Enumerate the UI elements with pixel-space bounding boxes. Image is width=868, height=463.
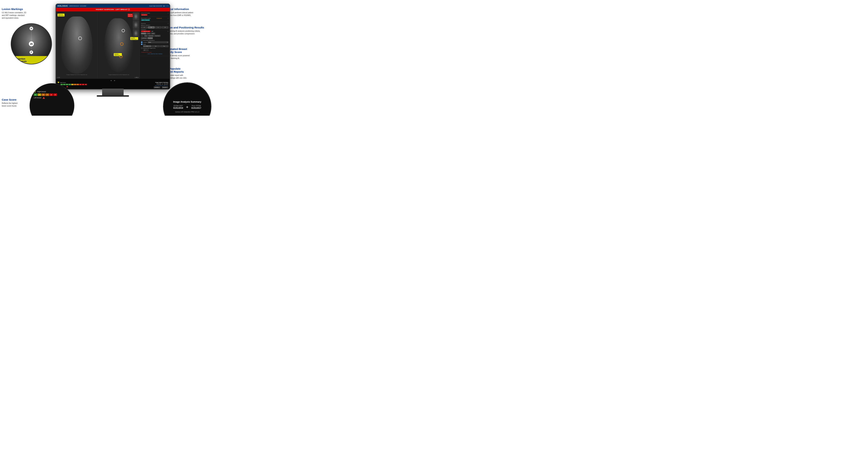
cbl-left-label: Left breast [34,97,41,99]
chip-lateral[interactable]: Lateral [147,33,151,34]
type-calcification[interactable]: Calcification [141,37,147,39]
finding-chips: Distortion Lateral Middle [141,33,168,34]
density-heading: BREAST DENSITY [141,25,168,26]
dropdown-icon: ▾ [167,42,168,43]
topbar-actions: ▶ < ≡ [163,5,168,7]
breast-shape-lmlo [104,18,133,72]
location-select[interactable]: Lateral ▾ [148,41,168,43]
distortion-text: Distortion [14,58,27,60]
cbl-right-breast: Right breast [34,91,70,93]
density-option-d[interactable]: D [162,26,168,29]
score-7: 7 [76,84,79,85]
lesion-marker-lmlo-bot: DistortionIndeterminate 5 [114,53,122,56]
birads-2[interactable]: BI-RADS 2 [162,87,168,88]
remove-from-report[interactable]: ✕ Remove from report [141,52,168,53]
rmlo-label: R MLO [65,87,70,89]
thumb-2[interactable] [133,21,139,29]
cas-9: 9 [53,94,57,96]
nav-right-icon[interactable]: ► [114,79,116,81]
case-score-bar: 4 5 6 7 8 9 [34,94,70,96]
monitor-stand [102,89,124,97]
thumb-1[interactable] [133,12,139,21]
topbar: HOLOGIC MRMC50615219 · 01/01/9999 Exam D… [56,4,170,8]
type-distortion[interactable]: Distortion [148,37,153,39]
type-label: Type [141,35,143,36]
symptoms-tag[interactable]: Symptoms [141,14,148,15]
alert-banner: HIGHEST SUSPICION - LEFT BREAST ⓘ [56,8,170,11]
screen: HOLOGIC MRMC50615219 · 01/01/9999 Exam D… [56,4,170,89]
share-icon[interactable]: < [165,5,166,7]
finding-tag[interactable]: 9 · Highest susp. [141,31,151,32]
location-checkbox[interactable]: ✓ [141,41,143,43]
viewer-images: 5 DistortionIndeterminate Images display… [56,11,140,79]
density-option-b[interactable]: B [148,26,155,29]
genius-label: Genius AI® Detection PRO v3.1.0 [154,85,168,86]
thumbnail-strip [133,12,139,37]
main-area: 5 DistortionIndeterminate Images display… [56,11,170,79]
cas-4: 4 [34,94,37,96]
density-option-c[interactable]: C [155,26,162,29]
lesion-markings-text: CC-MLO lesion correlation, 2Dand DBT mar… [2,11,37,19]
depth-mid[interactable]: Mid. [152,45,160,47]
indeterminate-text: Indeterminate [14,60,27,62]
density-options: A B C D [141,26,168,29]
chip-middle[interactable]: Middle [151,33,155,34]
thumb-3[interactable] [133,29,139,37]
thumb-shape-3 [134,30,138,36]
location-label: Location [143,42,147,43]
distance-checkbox[interactable] [141,47,143,49]
depth-ant[interactable]: Ant. [143,45,151,47]
nav-left-icon[interactable]: ◄ [110,79,112,81]
right-breast-row: Right breast [58,82,87,83]
nav-arrows: ◄ ► [58,79,168,81]
clinical-info-annotation: Clinical Information Ability to pull per… [164,7,215,16]
depth-label: Depth [143,44,146,45]
cbr-studies-row: 2DSM+DBT 01/01/2019 + Prior FFDM 01/01/2… [173,105,201,109]
rp-quality-section: Mammogram quality Inadequate ∨ LMLO: Pec… [140,16,170,22]
cbl-left-breast: Left breast [34,97,70,99]
quality-chevron-icon[interactable]: ∨ [168,18,168,19]
chip-distortion[interactable]: Distortion [141,33,146,34]
density-score-annotation: Automated BreastDensity Score BI-RADS de… [164,47,215,60]
cbr-genius: Genius AI® Detection PRO v3.1.0 [175,111,199,113]
rp-clinical-section: Clinical information ∨ Symptoms [140,11,170,16]
exam-date: Exam Date 01/01/2019 [149,5,162,7]
lesion-marker-lmlo-mid: DistortionIndeterminate 5 [130,37,138,40]
quality-value: Inadequate [157,18,162,19]
summary-row: 2DSM+DBT 01/01/2019 + Prior FFDM 01/01/2… [154,83,168,85]
pre-populate-title: Pre-PopulatePatient Reports [164,67,215,73]
birads-1[interactable]: BI-RADS 1 [154,87,160,88]
f-label: F [30,51,33,54]
play-icon[interactable]: ▶ [163,5,165,7]
assoc-calc-row: Associated calcifications [141,40,168,41]
lesion-markings-title: Lesion Markings [2,7,37,10]
type-row: Type Mass Asymmetry Focal Asym. [141,35,168,37]
depth-row: ✓ Depth [141,43,168,45]
reporting-chevron-icon[interactable]: ∧ [168,23,168,24]
assoc-calc-label: Associated calcifications [143,40,155,41]
depth-pos[interactable]: Pos. [160,45,168,47]
type-asymmetry[interactable]: Asymmetry [148,35,154,37]
distance-input[interactable] [143,49,149,51]
cas-7: 7 [45,94,49,96]
rp-reporting-section: Reporting ∧ BREAST DENSITY A B C D FIND [140,22,170,56]
finding-expand-icon[interactable]: ∧ [167,31,168,32]
monitor: HOLOGIC MRMC50615219 · 01/01/9999 Exam D… [56,4,170,97]
type-mass[interactable]: Mass [144,35,148,37]
assoc-calc-checkbox[interactable] [141,40,143,41]
add-finding[interactable]: + ADD UNDETECTED FINDING [141,53,168,55]
right-breast-label: Right breast [60,82,68,83]
cbr-title: Image Analysis Summary [173,100,201,103]
bottom-content: Right breast 1 2 3 4 5 6 7 [58,82,168,88]
type-focal-asym[interactable]: Focal Asym. [154,35,160,37]
mammogram-viewer: 5 DistortionIndeterminate Images display… [56,11,140,79]
chevron-icon[interactable]: ∨ [168,12,168,13]
lesion-zoom-inner: H 25 F Distortion Indeterminate 5 [11,24,52,64]
depth-checkbox[interactable]: ✓ [141,43,143,45]
density-option-a[interactable]: A [141,26,148,29]
menu-icon[interactable]: ≡ [167,5,168,7]
findings-heading: FINDINGS [141,29,168,30]
density-score-text: BI-RADS density score poweredby deep lea… [164,54,215,60]
clinical-info-title: Clinical Information [164,7,215,10]
viewer-note-lmlo: Images displayed are not for diagnostic … [98,74,140,75]
